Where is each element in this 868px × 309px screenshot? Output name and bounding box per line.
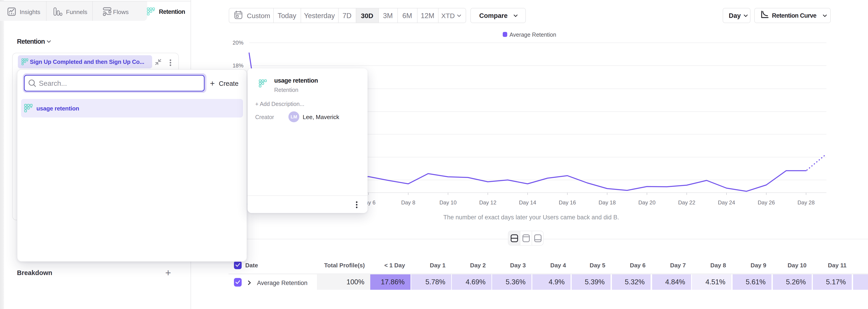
svg-text:18%: 18% (232, 62, 243, 68)
svg-text:Day 12: Day 12 (479, 199, 496, 205)
svg-text:Day 14: Day 14 (519, 199, 536, 205)
svg-text:Day 24: Day 24 (718, 199, 735, 205)
svg-text:Average Retention: Average Retention (509, 31, 556, 38)
svg-text:Day 16: Day 16 (559, 199, 576, 205)
svg-text:Day 22: Day 22 (678, 199, 695, 205)
svg-text:Day 18: Day 18 (598, 199, 616, 205)
svg-text:Day 10: Day 10 (439, 199, 457, 205)
svg-text:Day 28: Day 28 (798, 199, 815, 205)
svg-text:Day 8: Day 8 (401, 199, 415, 205)
svg-text:Day 26: Day 26 (758, 199, 775, 205)
svg-text:Day 20: Day 20 (638, 199, 655, 205)
svg-text:20%: 20% (232, 39, 243, 46)
svg-text:The number of exact days later: The number of exact days later your User… (443, 214, 619, 221)
